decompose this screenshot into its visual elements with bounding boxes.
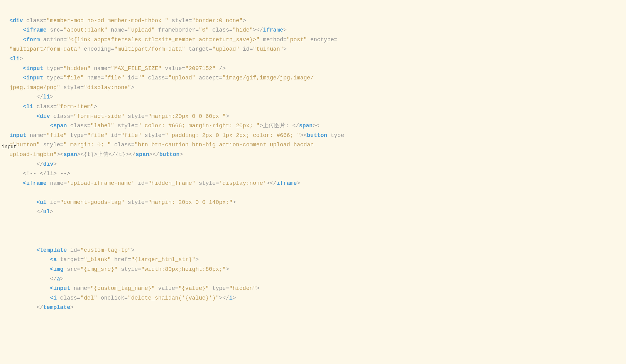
code-line: <li> [9,54,617,64]
code-line: <div class="member-mod no-bd member-mod-… [9,16,617,26]
sidebar-label: input [2,143,17,151]
code-line: </template> [9,303,617,312]
code-line: ="button" style=" margin: 0; " class="bt… [9,140,617,150]
code-line: <i class="del" onclick="delete_shaidan('… [9,293,617,303]
code-line: <li class="form-item"> [9,102,617,112]
code-line: <iframe name='upload-iframe-name' id="hi… [9,179,617,188]
code-line: </li> [9,92,617,102]
code-line [9,226,617,236]
code-line: </div> [9,159,617,169]
code-line [9,217,617,226]
code-line: <img src="{img_src}" style="width:80px;h… [9,265,617,274]
code-line [9,188,617,198]
code-line: jpeg,image/png" style="display:none"> [9,83,617,93]
code-line: <iframe src="about:blank" name="upload" … [9,25,617,35]
code-line: </ul> [9,207,617,217]
code-line: <input type="file" name="file" id="" cla… [9,73,617,83]
code-line: <form action="<{link app=aftersales ctl=… [9,35,617,45]
code-container: <div class="member-mod no-bd member-mod-… [9,6,617,312]
code-line: <input name="{custom_tag_name}" value="{… [9,284,617,293]
code-line: <span class="label" style=" color: #666;… [9,121,617,131]
code-line: <div class="form-act-side" style="margin… [9,112,617,121]
code-line: "multipart/form-data" encoding="multipar… [9,44,617,54]
code-line: <input type="hidden" name="MAX_FILE_SIZE… [9,64,617,73]
code-line: <ul id="comment-goods-tag" style="margin… [9,198,617,207]
code-line: <template id="custom-tag-tp"> [9,245,617,255]
code-line [9,236,617,245]
code-line: input name="file" type="file" id="file" … [9,131,617,140]
code-line: <a target="_blank" href="{larger_html_st… [9,255,617,265]
code-line: <!-- </li> --> [9,169,617,179]
code-line: upload-imgbtn"><span><{t}>上传</{t}></span… [9,150,617,159]
code-line: </a> [9,274,617,284]
